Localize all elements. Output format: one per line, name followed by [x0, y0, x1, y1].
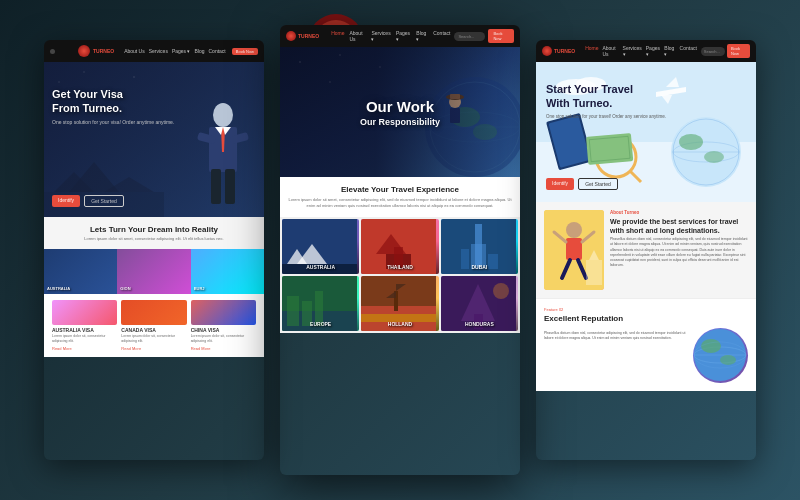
left-logo-icon	[78, 45, 90, 57]
center-hero-content: Our Work Our Responsibility	[280, 47, 520, 177]
center-nav-pages[interactable]: Pages ▾	[396, 30, 411, 42]
center-nav-blog[interactable]: Blog ▾	[416, 30, 428, 42]
right-hero: Start Your Travel With Turneo. One stop …	[536, 62, 756, 202]
australia-visa-desc: Lorem ipsum dolor sit, consectetur adipi…	[52, 334, 117, 344]
left-image-grid: AUSTRALIA GION BURJ	[44, 249, 264, 294]
left-nav: TURNEO About Us Services Pages ▾ Blog Co…	[44, 40, 264, 62]
center-dest-grid: AUSTRALIA THAILAND	[280, 217, 520, 333]
right-getstarted-button[interactable]: Get Started	[578, 178, 618, 190]
china-visa-desc: Lorem ipsum dolor sit, consectetur adipi…	[191, 334, 256, 344]
dest-thailand[interactable]: THAILAND	[361, 219, 438, 274]
dest-dubai[interactable]: DUBAI	[441, 219, 518, 274]
right-about-title: We provide the best services for travel …	[610, 217, 748, 235]
dot1	[50, 49, 55, 54]
center-search-input[interactable]: Search...	[458, 34, 474, 39]
svg-rect-91	[566, 238, 582, 260]
canada-visa-name: CANADA VISA	[121, 327, 186, 333]
right-nav-about[interactable]: About Us	[602, 45, 618, 57]
australia-visa-img	[52, 300, 117, 325]
dest-australia[interactable]: AUSTRALIA	[282, 219, 359, 274]
left-identify-button[interactable]: Identify	[52, 195, 80, 207]
left-visa-section: AUSTRALIA VISA Lorem ipsum dolor sit, co…	[44, 294, 264, 357]
left-hero: Get Your Visa From Turneo. One stop solu…	[44, 62, 264, 217]
center-logo-text: TURNEO	[298, 33, 319, 39]
right-search[interactable]: Search...	[704, 49, 720, 54]
right-nav-contact[interactable]: Contact	[680, 45, 697, 57]
center-elevate-title: Elevate Your Travel Experience	[288, 185, 512, 194]
right-hero-subtext: One stop solution for your travel! Order…	[546, 114, 666, 120]
canada-visa-desc: Lorem ipsum dolor sit, consectetur adipi…	[121, 334, 186, 344]
left-book-button[interactable]: Book Now	[232, 48, 258, 55]
center-hero-headline: Our Work	[360, 97, 440, 117]
nav-link-blog[interactable]: Blog	[194, 48, 204, 54]
center-elevate-text: Lorem ipsum dolor sit amet, consectetur …	[288, 197, 512, 209]
left-hero-text: Get Your Visa From Turneo. One stop solu…	[52, 87, 174, 126]
australia-visa-readmore[interactable]: Read More	[52, 346, 117, 351]
center-nav-services[interactable]: Services ▾	[371, 30, 390, 42]
china-visa-img	[191, 300, 256, 325]
nav-link-services[interactable]: Services	[149, 48, 168, 54]
nav-link-about[interactable]: About Us	[124, 48, 145, 54]
burj-label: BURJ	[194, 286, 205, 291]
right-rep-text: Phasellus dictum diam nisl, consectetur …	[544, 328, 687, 342]
left-logo: TURNEO	[78, 45, 114, 57]
svg-point-83	[679, 134, 703, 150]
center-hero: Our Work Our Responsibility	[280, 47, 520, 177]
right-book-button[interactable]: Book Now	[727, 44, 750, 58]
svg-rect-22	[225, 169, 235, 204]
svg-point-101	[701, 339, 721, 353]
canada-visa-img	[121, 300, 186, 325]
man-figure	[191, 97, 256, 217]
sydney-label: AUSTRALIA	[47, 286, 70, 291]
svg-point-90	[566, 222, 582, 238]
nav-link-pages[interactable]: Pages ▾	[172, 48, 191, 54]
china-visa-name: CHINA VISA	[191, 327, 256, 333]
svg-rect-97	[586, 260, 602, 285]
center-nav-contact[interactable]: Contact	[433, 30, 450, 42]
left-panel: TURNEO About Us Services Pages ▾ Blog Co…	[44, 40, 264, 460]
right-identify-button[interactable]: Identify	[546, 178, 574, 190]
left-hero-buttons: Identify Get Started	[52, 195, 124, 207]
nav-link-contact[interactable]: Contact	[208, 48, 225, 54]
right-nav-services[interactable]: Services ▾	[623, 45, 642, 57]
china-visa-readmore[interactable]: Read More	[191, 346, 256, 351]
left-getstarted-button[interactable]: Get Started	[84, 195, 124, 207]
right-hero-buttons: Identify Get Started	[546, 178, 618, 190]
holland-label: HOLLAND	[361, 321, 438, 327]
right-about-section: About Turneo We provide the best service…	[536, 202, 756, 298]
svg-rect-21	[211, 169, 221, 204]
center-book-button[interactable]: Book Now	[488, 29, 514, 43]
center-panel: TURNEO Home About Us Services ▾ Pages ▾ …	[280, 25, 520, 475]
right-panel: TURNEO Home About Us Services ▾ Pages ▾ …	[536, 40, 756, 460]
svg-point-102	[720, 355, 736, 365]
right-nav-blog[interactable]: Blog ▾	[664, 45, 675, 57]
right-logo-icon	[542, 46, 552, 56]
dest-honduras[interactable]: HONDURAS	[441, 276, 518, 331]
center-nav-about[interactable]: About Us	[349, 30, 366, 42]
right-nav-pages[interactable]: Pages ▾	[646, 45, 661, 57]
center-nav-links: Home About Us Services ▾ Pages ▾ Blog ▾ …	[331, 30, 450, 42]
left-visa-grid: AUSTRALIA VISA Lorem ipsum dolor sit, co…	[52, 300, 256, 351]
visa-item-canada: CANADA VISA Lorem ipsum dolor sit, conse…	[121, 300, 186, 351]
canada-visa-readmore[interactable]: Read More	[121, 346, 186, 351]
dest-holland[interactable]: HOLLAND	[361, 276, 438, 331]
left-section-heading: Lets Turn Your Dream Into Reality	[52, 225, 256, 234]
svg-rect-60	[361, 306, 436, 314]
left-nav-links: About Us Services Pages ▾ Blog Contact	[124, 48, 226, 54]
center-nav-home[interactable]: Home	[331, 30, 344, 42]
left-logo-text: TURNEO	[93, 48, 114, 54]
center-elevate: Elevate Your Travel Experience Lorem ips…	[280, 177, 520, 217]
dubai-label: DUBAI	[441, 264, 518, 270]
center-logo-icon	[286, 31, 296, 41]
right-about-desc: Phasellus dictum diam nisl, consectetur …	[610, 237, 748, 269]
honduras-label: HONDURAS	[441, 321, 518, 327]
right-logo-text: TURNEO	[554, 48, 575, 54]
right-nav-home[interactable]: Home	[585, 45, 598, 57]
dest-europe[interactable]: EUROPE	[282, 276, 359, 331]
right-rep-content: Phasellus dictum diam nisl, consectetur …	[544, 328, 748, 383]
right-hero-text: Start Your Travel With Turneo. One stop …	[546, 82, 666, 120]
europe-label: EUROPE	[282, 321, 359, 327]
right-hero-headline: Start Your Travel With Turneo.	[546, 82, 666, 111]
nav-dots	[50, 46, 68, 56]
grid-item-gion: GION	[117, 249, 190, 294]
